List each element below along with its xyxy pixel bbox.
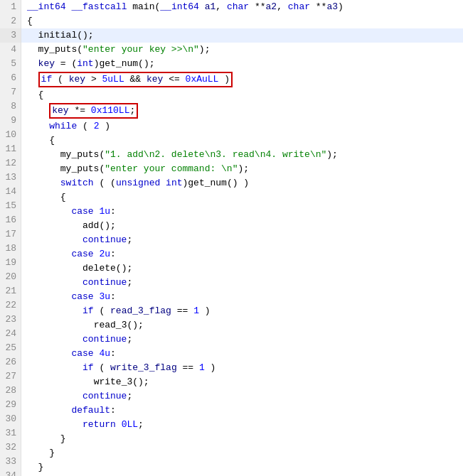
code-line-20: continue; bbox=[21, 276, 463, 290]
line-num-3: 3 bbox=[0, 28, 21, 43]
code-line-2: { bbox=[21, 14, 463, 28]
line-num-2: 2 bbox=[0, 14, 21, 28]
line-num-27: 27 bbox=[0, 369, 21, 384]
line-num-32: 32 bbox=[0, 440, 21, 455]
code-line-28: continue; bbox=[21, 389, 463, 404]
line-num-33: 33 bbox=[0, 455, 21, 469]
code-line-12: my_puts("enter your command: \n"); bbox=[21, 162, 463, 176]
code-line-14: { bbox=[21, 190, 463, 205]
code-content: __int64 __fastcall main(__int64 a1, char… bbox=[21, 0, 463, 476]
code-line-27: write_3(); bbox=[21, 375, 463, 389]
code-line-11: my_puts("1. add\n2. delete\n3. read\n4. … bbox=[21, 148, 463, 162]
code-line-24: continue; bbox=[21, 332, 463, 347]
line-num-16: 16 bbox=[0, 213, 21, 227]
code-line-1: __int64 __fastcall main(__int64 a1, char… bbox=[21, 0, 463, 14]
line-num-4: 4 bbox=[0, 43, 21, 57]
line-num-8: 8 bbox=[0, 99, 21, 114]
line-num-21: 21 bbox=[0, 284, 21, 298]
line-num-20: 20 bbox=[0, 270, 21, 284]
line-num-28: 28 bbox=[0, 384, 21, 398]
code-container: 1 2 3 4 5 6 7 8 9 10 11 12 13 14 15 16 1… bbox=[0, 0, 463, 476]
code-line-22: if ( read_3_flag == 1 ) bbox=[21, 304, 463, 318]
code-line-17: continue; bbox=[21, 233, 463, 247]
code-line-13: switch ( (unsigned int)get_num() ) bbox=[21, 176, 463, 190]
line-num-23: 23 bbox=[0, 313, 21, 327]
line-num-24: 24 bbox=[0, 327, 21, 341]
line-num-19: 19 bbox=[0, 256, 21, 270]
line-num-1: 1 bbox=[0, 0, 21, 14]
line-num-18: 18 bbox=[0, 242, 21, 256]
code-line-6: if ( key > 5uLL && key <= 0xAuLL ) bbox=[21, 71, 463, 88]
code-line-16: add(); bbox=[21, 219, 463, 233]
line-num-15: 15 bbox=[0, 199, 21, 213]
code-line-8: key *= 0x110LL; bbox=[21, 102, 463, 119]
code-line-7: { bbox=[21, 88, 463, 102]
code-line-18: case 2u: bbox=[21, 247, 463, 261]
line-num-29: 29 bbox=[0, 398, 21, 412]
code-line-25: case 4u: bbox=[21, 347, 463, 361]
code-line-23: read_3(); bbox=[21, 318, 463, 332]
line-num-17: 17 bbox=[0, 227, 21, 242]
line-num-26: 26 bbox=[0, 355, 21, 369]
line-num-12: 12 bbox=[0, 156, 21, 171]
code-line-5: key = (int)get_num(); bbox=[21, 57, 463, 71]
line-num-7: 7 bbox=[0, 85, 21, 99]
line-num-22: 22 bbox=[0, 298, 21, 313]
code-line-21: case 3u: bbox=[21, 290, 463, 304]
code-line-30: return 0LL; bbox=[21, 418, 463, 432]
code-line-10: { bbox=[21, 134, 463, 148]
line-num-34: 34 bbox=[0, 469, 21, 476]
code-line-4: my_puts("enter your key >>\n"); bbox=[21, 43, 463, 57]
code-line-26: if ( write_3_flag == 1 ) bbox=[21, 361, 463, 375]
code-line-3: initial(); bbox=[21, 28, 463, 43]
code-line-31: } bbox=[21, 432, 463, 446]
code-line-9: while ( 2 ) bbox=[21, 119, 463, 134]
line-numbers: 1 2 3 4 5 6 7 8 9 10 11 12 13 14 15 16 1… bbox=[0, 0, 21, 476]
code-line-19: delete(); bbox=[21, 261, 463, 276]
line-num-30: 30 bbox=[0, 412, 21, 426]
line-num-13: 13 bbox=[0, 171, 21, 185]
code-line-15: case 1u: bbox=[21, 205, 463, 219]
code-line-32: } bbox=[21, 446, 463, 460]
line-num-31: 31 bbox=[0, 426, 21, 440]
line-num-25: 25 bbox=[0, 341, 21, 355]
line-num-10: 10 bbox=[0, 128, 21, 142]
code-line-29: default: bbox=[21, 404, 463, 418]
line-num-11: 11 bbox=[0, 142, 21, 156]
line-num-9: 9 bbox=[0, 114, 21, 128]
line-num-14: 14 bbox=[0, 185, 21, 199]
line-num-6: 6 bbox=[0, 71, 21, 85]
line-num-5: 5 bbox=[0, 57, 21, 71]
code-line-33: } bbox=[21, 460, 463, 475]
